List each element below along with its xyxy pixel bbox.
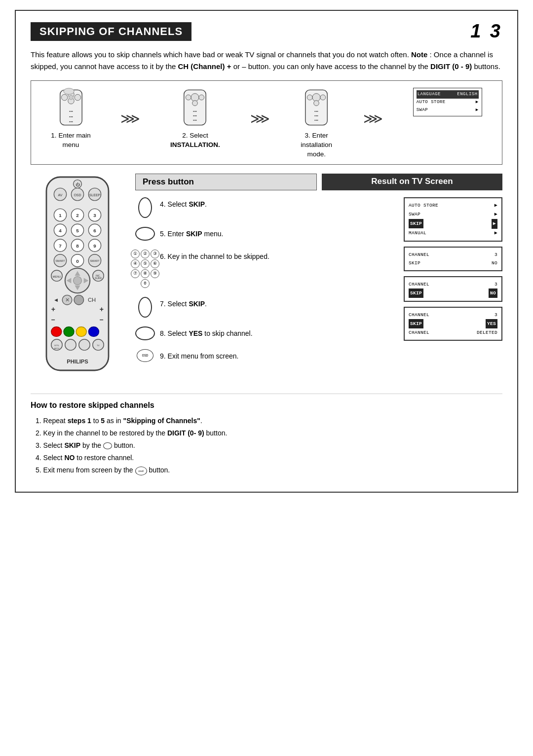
svg-text:SMART: SMART: [90, 259, 100, 262]
step-item-7: 7. Select SKIP.: [135, 297, 399, 318]
svg-point-3: [75, 94, 80, 100]
step-7-icon: [135, 297, 155, 318]
step-4-text: 4. Select SKIP.: [160, 197, 207, 210]
page-title: Skipping of Channels: [39, 25, 183, 37]
tv-row-skip-highlighted: SKIP▶: [409, 219, 497, 229]
svg-text:MENU: MENU: [53, 275, 61, 278]
svg-point-1: [61, 94, 67, 100]
svg-point-73: [74, 295, 84, 305]
svg-point-20: [307, 95, 313, 100]
osd-button-9: OSD: [137, 349, 153, 362]
svg-text:–: –: [100, 316, 104, 324]
step-6-text: 6. Key in the channel to be skipped.: [160, 250, 269, 262]
step2-label: 2. Select INSTALLATION.: [170, 131, 220, 150]
svg-point-6: [63, 88, 74, 94]
restore-step-4: Select NO to restore channel.: [36, 452, 502, 464]
restore-step-5: Exit menu from screen by the osd button.: [36, 464, 502, 476]
svg-point-12: [186, 95, 191, 100]
tv4-row-channel: CHANNEL3: [409, 311, 497, 319]
top-menu-screen: LANGUAGEENGLISH AUTO STORE▶ SWAP▶: [413, 88, 482, 116]
svg-text:SURR: SURR: [95, 277, 102, 280]
page-number: 1 3: [470, 21, 502, 42]
svg-rect-79: [51, 326, 62, 336]
svg-point-69: [74, 276, 82, 285]
tv-screen-2: CHANNEL3 SKIPNO: [404, 247, 502, 271]
tv-row-swap: SWAP▶: [409, 210, 497, 219]
svg-point-14: [192, 101, 198, 106]
svg-text:4: 4: [59, 228, 62, 233]
intro-bold2: DIGIT (0 - 9): [430, 62, 472, 71]
diagram-step-3: ●●● ●●● ●●● 3. Enter installation mode.: [300, 88, 333, 159]
numpad-mini-6: ①②③ ④⑤⑥ ⑦⑧⑨ 0: [131, 250, 159, 288]
diagram-step-1: ●●● ●●● ●●● 1. Enter main menu: [51, 88, 90, 150]
svg-point-5: [69, 95, 73, 100]
intro-text-main: This feature allows you to skip channels…: [31, 50, 409, 59]
tv3-row-skip-no-hl: SKIPNO: [409, 288, 497, 298]
svg-text:STTL: STTL: [54, 344, 60, 347]
svg-text:0: 0: [76, 258, 79, 263]
oval-button-5: [135, 227, 155, 241]
step-item-8: 8. Select YES to skip channel.: [135, 326, 399, 340]
inline-osd-icon: osd: [135, 467, 147, 475]
tv-row-autostore: AUTO STORE▶: [409, 201, 497, 210]
svg-text:●●●: ●●●: [69, 110, 73, 112]
intro-note: Note: [411, 50, 427, 59]
svg-text:+: +: [100, 305, 104, 313]
intro-text2: or –: [233, 62, 246, 71]
tv4-row-skip-yes: SKIPYES: [409, 319, 497, 328]
svg-text:●●●: ●●●: [314, 119, 318, 121]
press-result-header: Press button Result on TV Screen: [135, 174, 502, 190]
oval-button-4: [138, 197, 152, 218]
step-item-4: 4. Select SKIP.: [135, 197, 399, 218]
page-title-box: Skipping of Channels: [31, 22, 191, 41]
remote-icon-2: ●●● ●●● ●●●: [178, 88, 212, 127]
svg-text:6: 6: [93, 228, 96, 233]
svg-text:●●●: ●●●: [193, 110, 197, 112]
svg-text:2: 2: [76, 213, 79, 218]
intro-text3: button. you can only have access to the …: [248, 62, 428, 71]
step1-label: 1. Enter main menu: [51, 131, 90, 150]
diagram-step-2: ●●● ●●● ●●● 2. Select INSTALLATION.: [170, 88, 220, 150]
diagram-step-menu: LANGUAGEENGLISH AUTO STORE▶ SWAP▶: [413, 88, 482, 116]
step-item-5: 5. Enter SKIP menu.: [135, 227, 399, 241]
arrow-2: ⋙: [250, 110, 270, 127]
restore-title: How to restore skipped channels: [31, 401, 502, 410]
tv-screen-4: CHANNEL3 SKIPYES CHANNELDELETED: [404, 307, 502, 341]
svg-point-19: [312, 94, 320, 102]
result-on-tv-label: Result on TV Screen: [322, 174, 502, 190]
menu-row-autostore: AUTO STORE▶: [417, 99, 479, 106]
svg-point-87: [79, 339, 90, 350]
restore-step-1: Repeat steps 1 to 5 as in "Skipping of C…: [36, 415, 502, 427]
remote-icon-1: ●●● ●●● ●●●: [54, 88, 88, 127]
svg-text:AV: AV: [58, 193, 63, 197]
press-button-label: Press button: [135, 174, 317, 190]
svg-rect-81: [76, 326, 86, 336]
step-5-text: 5. Enter SKIP menu.: [160, 227, 223, 239]
svg-text:SLEEP: SLEEP: [89, 193, 101, 197]
tv-row-manual: MANUAL▶: [409, 229, 497, 238]
remote-section: AV OSD SLEEP ⏻ 1 2 3 4 5 6: [31, 174, 129, 383]
tv-screen-1: AUTO STORE▶ SWAP▶ SKIP▶ MANUAL▶: [404, 197, 502, 242]
menu-row-swap: SWAP▶: [417, 107, 479, 114]
svg-text:A/CH: A/CH: [54, 347, 59, 349]
svg-text:●●●: ●●●: [193, 119, 197, 121]
tv2-row-skip-no: SKIPNO: [409, 259, 497, 267]
svg-text:●●●: ●●●: [314, 114, 318, 117]
step-item-6: ①②③ ④⑤⑥ ⑦⑧⑨ 0 6. Key in the channel to b…: [135, 250, 399, 288]
step-8-text: 8. Select YES to skip channel.: [160, 326, 253, 339]
svg-text:PHILIPS: PHILIPS: [67, 359, 88, 364]
page-container: Skipping of Channels 1 3 This feature al…: [15, 10, 518, 493]
oval-button-7: [138, 297, 152, 318]
step-8-icon: [135, 326, 155, 340]
step-7-text: 7. Select SKIP.: [160, 297, 207, 309]
intro-text: This feature allows you to skip channels…: [31, 49, 502, 72]
tv2-row-channel: CHANNEL3: [409, 251, 497, 259]
intro-text4: buttons.: [474, 62, 500, 71]
svg-text:●●●: ●●●: [193, 114, 197, 117]
step-9-icon: OSD: [135, 349, 155, 362]
svg-rect-82: [88, 326, 99, 336]
svg-text:5: 5: [76, 228, 79, 233]
svg-text:●●●: ●●●: [69, 120, 73, 123]
svg-text:1: 1: [59, 213, 62, 218]
menu-row-lang: LANGUAGEENGLISH: [417, 90, 479, 99]
